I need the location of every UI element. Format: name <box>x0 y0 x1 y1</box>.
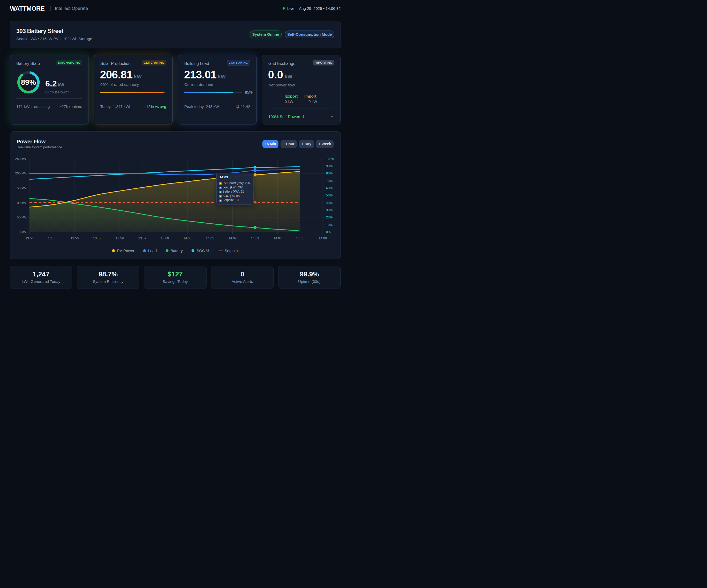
svg-text:13:56: 13:56 <box>71 236 79 240</box>
svg-text:200 kW: 200 kW <box>15 172 26 175</box>
svg-text:30%: 30% <box>326 208 333 212</box>
svg-text:100 kW: 100 kW <box>15 201 26 205</box>
svg-text:14:03: 14:03 <box>251 236 259 240</box>
svg-text:13:54: 13:54 <box>25 236 33 240</box>
svg-text:13:60: 13:60 <box>161 236 169 240</box>
svg-text:250 kW: 250 kW <box>15 157 26 161</box>
svg-text:90%: 90% <box>326 164 333 168</box>
svg-text:13:55: 13:55 <box>48 236 56 240</box>
svg-text:50 kW: 50 kW <box>17 216 26 219</box>
svg-text:14:05: 14:05 <box>296 236 304 240</box>
svg-text:0%: 0% <box>326 230 331 234</box>
svg-text:20%: 20% <box>326 216 333 219</box>
svg-text:0 kW: 0 kW <box>19 230 26 234</box>
svg-text:50%: 50% <box>326 194 333 197</box>
svg-text:40%: 40% <box>326 201 333 205</box>
svg-text:13:58: 13:58 <box>116 236 124 240</box>
svg-text:14:01: 14:01 <box>206 236 214 240</box>
svg-text:10%: 10% <box>326 223 333 227</box>
svg-text:70%: 70% <box>326 179 333 183</box>
svg-text:13:59: 13:59 <box>138 236 146 240</box>
svg-text:80%: 80% <box>326 172 333 175</box>
svg-text:14:02: 14:02 <box>229 236 237 240</box>
svg-text:13:57: 13:57 <box>93 236 101 240</box>
svg-text:100%: 100% <box>326 157 334 161</box>
svg-text:14:04: 14:04 <box>273 236 281 240</box>
svg-text:150 kW: 150 kW <box>15 186 26 190</box>
svg-text:14:00: 14:00 <box>183 236 191 240</box>
svg-text:60%: 60% <box>326 186 333 190</box>
svg-text:14:06: 14:06 <box>318 236 327 240</box>
